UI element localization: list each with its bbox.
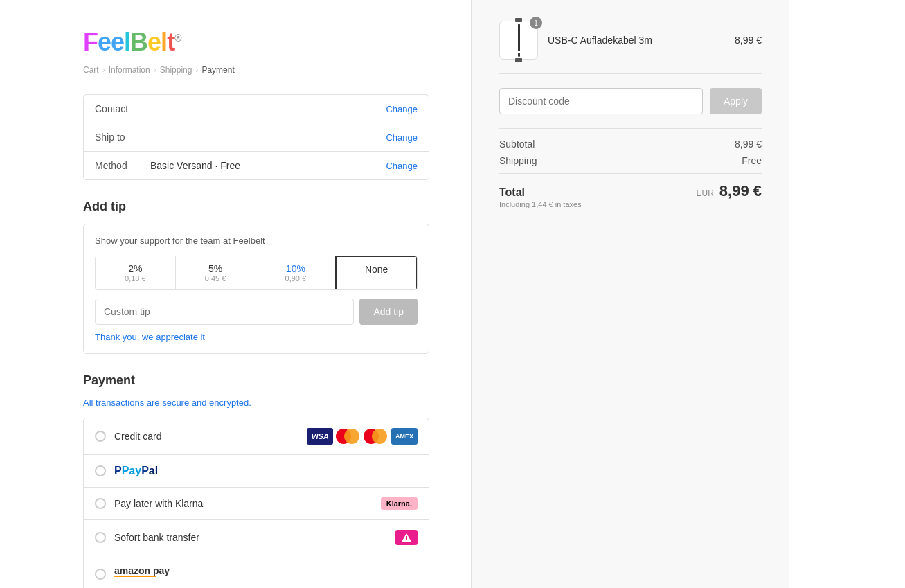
tip-option-5pct[interactable]: 5% 0,45 €	[176, 256, 256, 289]
order-totals: Subtotal 8,99 € Shipping Free Total Incl…	[499, 128, 762, 208]
visa-icon: VISA	[307, 428, 333, 445]
amazon-label: amazon pay ▔▔▔▔▔▔▔▔▔▔	[114, 565, 170, 582]
amex-icon: AMEX	[391, 428, 418, 445]
radio-sofort	[95, 532, 106, 543]
total-currency: EUR	[696, 188, 713, 198]
tip-custom-row: Add tip	[95, 299, 418, 325]
total-tax: Including 1,44 € in taxes	[499, 200, 582, 208]
tip-option-2pct[interactable]: 2% 0,18 €	[96, 256, 176, 289]
ship-to-label: Ship to	[95, 132, 150, 143]
total-amount-group: EUR 8,99 €	[696, 182, 762, 200]
contact-change[interactable]: Change	[386, 104, 418, 114]
tip-section-title: Add tip	[83, 199, 429, 214]
klarna-label: Pay later with Klarna	[114, 498, 373, 509]
breadcrumb-shipping[interactable]: Shipping	[160, 65, 192, 75]
payment-option-amazon[interactable]: amazon pay ▔▔▔▔▔▔▔▔▔▔	[84, 555, 429, 588]
discount-code-input[interactable]	[499, 88, 703, 114]
discount-row: Apply	[499, 88, 762, 114]
sofort-label: Sofort bank transfer	[114, 532, 387, 543]
usb-cable-icon	[515, 18, 522, 62]
tip-support-text: Show your support for the team at Feelbe…	[95, 235, 418, 246]
payment-option-klarna[interactable]: Pay later with Klarna Klarna.	[84, 488, 429, 520]
info-box: Contact Change Ship to Change Method Bas…	[83, 94, 429, 180]
logo: FeelBelt®	[83, 28, 429, 57]
radio-paypal	[95, 465, 106, 476]
add-tip-button[interactable]: Add tip	[359, 299, 418, 325]
product-image-wrap: 1	[499, 21, 538, 60]
method-value: Basic Versand · Free	[150, 160, 386, 171]
breadcrumb-information[interactable]: Information	[109, 65, 150, 75]
product-quantity-badge: 1	[530, 17, 542, 29]
klarna-icons: Klarna.	[381, 497, 418, 510]
payment-title: Payment	[83, 373, 429, 388]
contact-label: Contact	[95, 103, 150, 114]
tip-options: 2% 0,18 € 5% 0,45 € 10% 0,90 € None	[95, 256, 418, 290]
total-label-group: Total Including 1,44 € in taxes	[499, 186, 582, 208]
radio-amazon	[95, 569, 106, 580]
product-price: 8,99 €	[735, 35, 762, 46]
sofort-icons	[395, 530, 418, 545]
breadcrumb-payment: Payment	[201, 65, 234, 75]
tip-option-none[interactable]: None	[335, 256, 418, 290]
paypal-logo: PPayPal	[114, 465, 158, 477]
total-label: Total	[499, 186, 582, 199]
credit-card-label: Credit card	[114, 431, 298, 442]
custom-tip-input[interactable]	[95, 299, 354, 325]
total-row: Total Including 1,44 € in taxes EUR 8,99…	[499, 173, 762, 208]
method-label: Method	[95, 160, 150, 171]
shipping-label: Shipping	[499, 155, 537, 166]
product-name: USB-C Aufladekabel 3m	[548, 35, 725, 46]
mastercard2-icon	[364, 429, 388, 444]
sofort-badge	[395, 530, 418, 545]
contact-row: Contact Change	[84, 95, 429, 123]
card-icons: VISA AMEX	[307, 428, 418, 445]
method-row: Method Basic Versand · Free Change	[84, 152, 429, 179]
payment-option-sofort[interactable]: Sofort bank transfer	[84, 520, 429, 555]
subtotal-value: 8,99 €	[735, 139, 762, 150]
mastercard-icon	[336, 429, 361, 444]
payment-option-paypal[interactable]: PPayPal	[84, 455, 429, 488]
method-change[interactable]: Change	[386, 161, 418, 171]
tip-option-10pct[interactable]: 10% 0,90 €	[256, 256, 337, 289]
radio-klarna	[95, 498, 106, 509]
product-row: 1 USB-C Aufladekabel 3m 8,99 €	[499, 21, 762, 74]
subtotal-label: Subtotal	[499, 139, 535, 150]
payment-option-credit-card[interactable]: Credit card VISA AMEX	[84, 418, 429, 455]
tip-box: Show your support for the team at Feelbe…	[83, 224, 429, 354]
radio-credit-card	[95, 431, 106, 442]
ship-to-change[interactable]: Change	[386, 132, 418, 143]
svg-rect-1	[406, 536, 407, 537]
shipping-row: Shipping Free	[499, 155, 762, 166]
payment-section: Payment All transactions are secure and …	[83, 373, 429, 588]
payment-subtitle: All transactions are secure and encrypte…	[83, 398, 429, 408]
breadcrumb-cart[interactable]: Cart	[83, 65, 99, 75]
apply-discount-button[interactable]: Apply	[710, 88, 762, 114]
total-amount: 8,99 €	[719, 182, 762, 200]
ship-to-row: Ship to Change	[84, 123, 429, 152]
svg-rect-0	[406, 537, 407, 540]
tip-thank-you: Thank you, we appreciate it	[95, 332, 418, 342]
breadcrumb: Cart › Information › Shipping › Payment	[83, 65, 429, 75]
subtotal-row: Subtotal 8,99 €	[499, 139, 762, 150]
payment-options-box: Credit card VISA AMEX	[83, 418, 429, 588]
shipping-value: Free	[742, 155, 762, 166]
right-panel: 1 USB-C Aufladekabel 3m 8,99 € Apply Sub…	[471, 0, 789, 588]
klarna-badge: Klarna.	[381, 497, 418, 510]
